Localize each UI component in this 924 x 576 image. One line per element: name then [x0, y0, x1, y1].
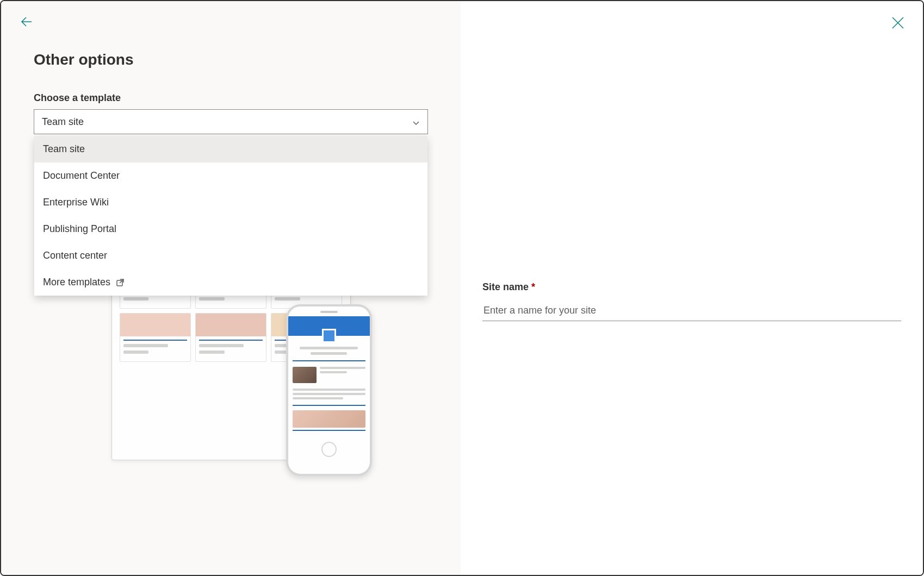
dropdown-option-team-site[interactable]: Team site: [34, 136, 427, 162]
left-panel: Other options Choose a template Team sit…: [1, 1, 461, 575]
chevron-down-icon: [412, 118, 420, 126]
arrow-left-icon: [20, 15, 33, 28]
template-label: Choose a template: [34, 92, 428, 104]
dropdown-list: Team site Document Center Enterprise Wik…: [34, 136, 427, 296]
preview-logo-icon: [322, 329, 336, 343]
preview-card: [195, 313, 266, 362]
site-name-field-group: Site name *: [482, 281, 901, 321]
dropdown-option-more-templates[interactable]: More templates: [34, 269, 427, 296]
dropdown-option-document-center[interactable]: Document Center: [34, 162, 427, 189]
required-indicator: *: [531, 281, 535, 292]
dialog-container: Other options Choose a template Team sit…: [1, 1, 923, 575]
preview-card: [120, 313, 191, 362]
back-button[interactable]: [20, 15, 33, 32]
preview-mobile: [286, 304, 372, 476]
right-panel: Site name *: [461, 1, 923, 575]
dropdown-option-content-center[interactable]: Content center: [34, 242, 427, 269]
template-dropdown[interactable]: Team site Team site Document Center Ente…: [34, 109, 428, 134]
dropdown-option-enterprise-wiki[interactable]: Enterprise Wiki: [34, 189, 427, 216]
external-link-icon: [116, 278, 125, 287]
dropdown-option-publishing-portal[interactable]: Publishing Portal: [34, 216, 427, 242]
site-name-input[interactable]: [482, 300, 901, 321]
preview-home-button-icon: [321, 442, 337, 457]
close-icon: [890, 15, 906, 30]
page-title: Other options: [34, 51, 428, 68]
dropdown-selected-text: Team site: [42, 116, 84, 128]
close-button[interactable]: [890, 15, 906, 33]
site-name-label: Site name *: [482, 281, 901, 293]
